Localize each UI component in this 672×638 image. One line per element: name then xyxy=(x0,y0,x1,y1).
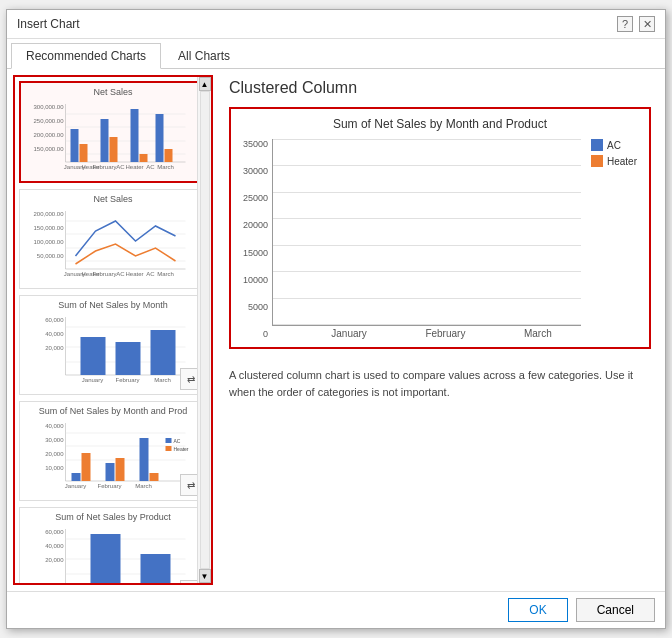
gridline-8 xyxy=(273,324,581,325)
svg-text:30,000: 30,000 xyxy=(45,437,64,443)
help-button[interactable]: ? xyxy=(617,16,633,32)
scroll-down-button[interactable]: ▼ xyxy=(199,569,211,583)
gridline-1 xyxy=(273,139,581,140)
svg-rect-68 xyxy=(116,458,125,481)
y-label-0: 0 xyxy=(263,329,268,339)
x-label-january: January xyxy=(331,328,367,339)
svg-rect-52 xyxy=(151,330,176,375)
svg-rect-16 xyxy=(156,114,164,162)
svg-rect-11 xyxy=(80,144,88,162)
svg-text:40,000: 40,000 xyxy=(45,331,64,337)
dialog-title: Insert Chart xyxy=(17,17,80,31)
svg-text:AC: AC xyxy=(174,438,181,444)
svg-rect-17 xyxy=(165,149,173,162)
chart-thumb-5[interactable]: Sum of Net Sales by Product 60,000 40,00… xyxy=(19,507,207,583)
chart-thumb-4[interactable]: Sum of Net Sales by Month and Prod 40,00… xyxy=(19,401,207,501)
svg-text:100,000.00: 100,000.00 xyxy=(33,239,64,245)
svg-rect-50 xyxy=(81,337,106,375)
close-button[interactable]: ✕ xyxy=(639,16,655,32)
x-axis-labels: January February March xyxy=(272,326,581,339)
svg-text:AC: AC xyxy=(116,271,125,277)
scrollbar[interactable]: ▲ ▼ xyxy=(197,77,211,583)
svg-text:300,000.00: 300,000.00 xyxy=(33,104,64,110)
legend-item-ac: AC xyxy=(591,139,637,151)
chart-description: A clustered column chart is used to comp… xyxy=(229,367,651,400)
tab-recommended[interactable]: Recommended Charts xyxy=(11,43,161,69)
svg-text:AC: AC xyxy=(146,271,155,277)
svg-text:Heater: Heater xyxy=(125,164,143,170)
svg-text:March: March xyxy=(157,271,174,277)
chart-type-label: Clustered Column xyxy=(229,79,651,97)
chart-thumb-2[interactable]: Net Sales 200,000.00 150,000.00 100,000.… xyxy=(19,189,207,289)
svg-text:AC: AC xyxy=(116,164,125,170)
svg-text:Heater: Heater xyxy=(174,446,189,452)
chart-thumb-title-1: Net Sales xyxy=(25,87,201,97)
svg-rect-51 xyxy=(116,342,141,375)
scroll-up-button[interactable]: ▲ xyxy=(199,77,211,91)
chart-thumb-3[interactable]: Sum of Net Sales by Month 60,000 40,000 … xyxy=(19,295,207,395)
svg-text:March: March xyxy=(135,483,152,489)
chart-with-legend: 35000 30000 25000 20000 15000 10000 5000… xyxy=(243,139,637,339)
svg-text:50,000.00: 50,000.00 xyxy=(37,253,64,259)
svg-text:10,000: 10,000 xyxy=(45,465,64,471)
svg-rect-65 xyxy=(72,473,81,481)
chart-mini-svg-2: 200,000.00 150,000.00 100,000.00 50,000.… xyxy=(24,206,202,281)
svg-text:February: February xyxy=(97,483,121,489)
chart-body: January February March xyxy=(272,139,581,339)
gridline-2 xyxy=(273,165,581,166)
chart-thumb-title-3: Sum of Net Sales by Month xyxy=(24,300,202,310)
svg-rect-12 xyxy=(101,119,109,162)
gridline-3 xyxy=(273,192,581,193)
svg-rect-67 xyxy=(106,463,115,481)
cancel-button[interactable]: Cancel xyxy=(576,598,655,622)
dialog-footer: OK Cancel xyxy=(7,591,665,628)
chart-preview-box: Sum of Net Sales by Month and Product 35… xyxy=(229,107,651,349)
svg-text:March: March xyxy=(157,164,174,170)
chart-mini-svg-1: 300,000.00 250,000.00 200,000.00 150,000… xyxy=(25,99,201,174)
gridline-6 xyxy=(273,271,581,272)
svg-text:60,000: 60,000 xyxy=(45,529,64,535)
svg-rect-15 xyxy=(140,154,148,162)
svg-rect-66 xyxy=(82,453,91,481)
svg-rect-10 xyxy=(71,129,79,162)
y-label-5000: 5000 xyxy=(248,302,268,312)
svg-rect-69 xyxy=(140,438,149,481)
legend-item-heater: Heater xyxy=(591,155,637,167)
chart-axes: 35000 30000 25000 20000 15000 10000 5000… xyxy=(243,139,581,339)
svg-text:250,000.00: 250,000.00 xyxy=(33,118,64,124)
gridline-7 xyxy=(273,298,581,299)
gridlines xyxy=(273,139,581,325)
svg-text:150,000.00: 150,000.00 xyxy=(33,225,64,231)
y-label-35000: 35000 xyxy=(243,139,268,149)
chart-preview-title: Sum of Net Sales by Month and Product xyxy=(243,117,637,131)
chart-thumb-title-2: Net Sales xyxy=(24,194,202,204)
chart-preview-panel: Clustered Column Sum of Net Sales by Mon… xyxy=(221,75,659,585)
legend-color-heater xyxy=(591,155,603,167)
chart-mini-svg-5: 60,000 40,000 20,000 AC Heater xyxy=(24,524,202,583)
main-content: Net Sales 300,000.00 250,000.00 200,000.… xyxy=(7,69,665,591)
scroll-track xyxy=(200,91,210,569)
y-label-10000: 10000 xyxy=(243,275,268,285)
tabs-row: Recommended Charts All Charts xyxy=(7,39,665,69)
chart-mini-svg-3: 60,000 40,000 20,000 January February xyxy=(24,312,202,387)
svg-text:20,000: 20,000 xyxy=(45,557,64,563)
chart-thumb-1[interactable]: Net Sales 300,000.00 250,000.00 200,000.… xyxy=(19,81,207,183)
y-label-30000: 30000 xyxy=(243,166,268,176)
svg-text:February: February xyxy=(92,271,116,277)
svg-text:January: January xyxy=(65,483,86,489)
svg-rect-86 xyxy=(91,534,121,583)
svg-rect-70 xyxy=(150,473,159,481)
chart-thumb-title-5: Sum of Net Sales by Product xyxy=(24,512,202,522)
tab-all-charts[interactable]: All Charts xyxy=(163,43,245,68)
legend-label-heater: Heater xyxy=(607,156,637,167)
ok-button[interactable]: OK xyxy=(508,598,567,622)
insert-chart-dialog: Insert Chart ? ✕ Recommended Charts All … xyxy=(6,9,666,629)
gridline-4 xyxy=(273,218,581,219)
x-label-february: February xyxy=(425,328,465,339)
svg-text:February: February xyxy=(92,164,116,170)
svg-text:20,000: 20,000 xyxy=(45,451,64,457)
y-label-20000: 20000 xyxy=(243,220,268,230)
chart-thumb-title-4: Sum of Net Sales by Month and Prod xyxy=(24,406,202,416)
svg-text:60,000: 60,000 xyxy=(45,317,64,323)
chart-list-scroll[interactable]: Net Sales 300,000.00 250,000.00 200,000.… xyxy=(15,77,211,583)
